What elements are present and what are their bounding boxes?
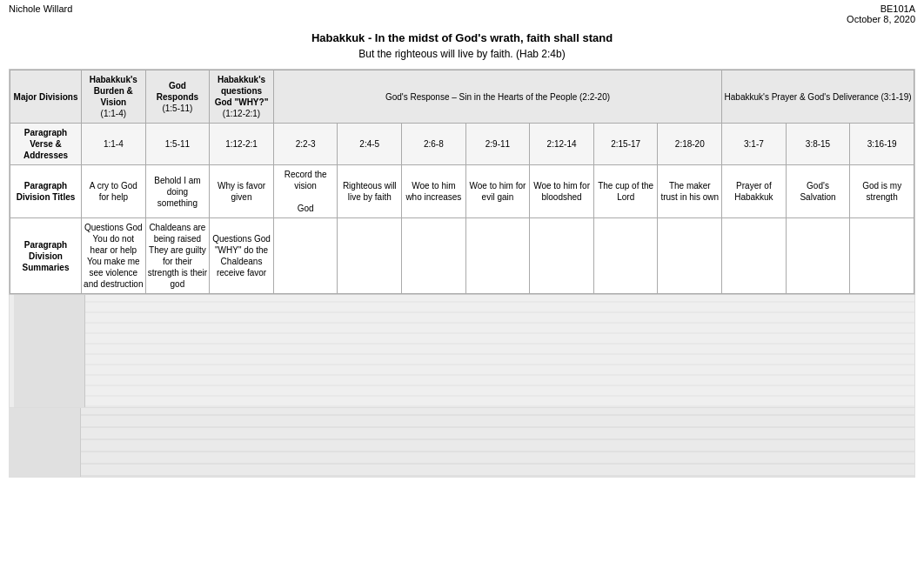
god-responds-header: God Responds (1:5-11) bbox=[145, 70, 210, 124]
summary-11 bbox=[722, 218, 787, 294]
date: October 8, 2020 bbox=[847, 14, 915, 24]
title-9: The cup of the Lord bbox=[593, 165, 658, 218]
verse-2-2-3: 2:2-3 bbox=[273, 124, 338, 165]
habakkuks-questions-header: Habakkuk's questions God "WHY?" (1:12-2:… bbox=[210, 70, 274, 124]
verse-2-4-5: 2:4-5 bbox=[338, 124, 402, 165]
title-5: Righteous will live by faith bbox=[338, 165, 402, 218]
para-verse-label: Paragraph Verse & Addresses bbox=[10, 124, 82, 165]
blurred-label-2 bbox=[10, 408, 81, 477]
verse-2-12-14: 2:12-14 bbox=[530, 124, 594, 165]
summary-2: Chaldeans are being raised They are guil… bbox=[145, 218, 210, 294]
para-titles-row: Paragraph Division Titles A cry to God f… bbox=[10, 165, 914, 218]
summary-3: Questions God "WHY" do the Chaldeans rec… bbox=[210, 218, 274, 294]
header-right: BE101A October 8, 2020 bbox=[847, 3, 915, 24]
verse-2-9-11: 2:9-11 bbox=[465, 124, 530, 165]
title-3: Why is favor given bbox=[210, 165, 274, 218]
summary-7 bbox=[465, 218, 530, 294]
habakkuks-questions-sub: (1:12-2:1) bbox=[223, 109, 260, 118]
prayer-header: Habakkuk's Prayer & God's Deliverance (3… bbox=[722, 70, 914, 124]
verse-2-18-20: 2:18-20 bbox=[658, 124, 722, 165]
main-table-wrapper: Major Divisions Habakkuk's Burden & Visi… bbox=[9, 69, 915, 295]
verse-1-1-4: 1:1-4 bbox=[82, 124, 146, 165]
summary-13 bbox=[850, 218, 914, 294]
author-name: Nichole Willard bbox=[9, 3, 72, 14]
course-code: BE101A bbox=[847, 3, 915, 14]
blurred-label-1 bbox=[14, 295, 85, 407]
summary-12 bbox=[786, 218, 850, 294]
habakkuks-burden-title: Habakkuk's Burden & Vision bbox=[90, 75, 137, 107]
summary-10 bbox=[658, 218, 722, 294]
para-summaries-row: Paragraph Division Summaries Questions G… bbox=[10, 218, 914, 294]
major-divisions-text: Major Divisions bbox=[14, 92, 78, 102]
major-divisions-label: Major Divisions bbox=[10, 70, 82, 124]
god-responds-title: God Responds bbox=[157, 81, 198, 102]
title-4: Record the visionGod bbox=[273, 165, 338, 218]
main-title: Habakkuk - In the midst of God's wrath, … bbox=[0, 31, 924, 44]
verse-2-6-8: 2:6-8 bbox=[402, 124, 466, 165]
title-8: Woe to him for bloodshed bbox=[530, 165, 594, 218]
habakkuks-burden-sub: (1:1-4) bbox=[101, 109, 126, 118]
title-2: Behold I am doing something bbox=[145, 165, 210, 218]
gods-response-text: God's Response – Sin in the Hearts of th… bbox=[385, 92, 610, 102]
title-12: God's Salvation bbox=[786, 165, 850, 218]
habakkuks-questions-title: Habakkuk's questions God "WHY?" bbox=[215, 75, 269, 107]
verse-3-16-19: 3:16-19 bbox=[850, 124, 914, 165]
summary-5 bbox=[338, 218, 402, 294]
para-titles-label: Paragraph Division Titles bbox=[10, 165, 82, 218]
summary-9 bbox=[593, 218, 658, 294]
god-responds-sub: (1:5-11) bbox=[162, 104, 192, 113]
gods-response-header: God's Response – Sin in the Hearts of th… bbox=[273, 70, 721, 124]
title-6: Woe to him who increases bbox=[402, 165, 466, 218]
verse-1-12-2-1: 1:12-2:1 bbox=[210, 124, 274, 165]
title-7: Woe to him for evil gain bbox=[465, 165, 530, 218]
prayer-text: Habakkuk's Prayer & God's Deliverance (3… bbox=[725, 92, 912, 102]
blurred-content-2 bbox=[81, 408, 914, 477]
para-verse-text: Paragraph Verse & Addresses bbox=[23, 128, 68, 160]
sub-title: But the righteous will live by faith. (H… bbox=[0, 48, 924, 60]
blurred-section-2 bbox=[9, 408, 915, 478]
blurred-content-1 bbox=[85, 295, 914, 407]
para-titles-text: Paragraph Division Titles bbox=[17, 181, 76, 202]
title-1: A cry to God for help bbox=[82, 165, 146, 218]
summary-1: Questions God You do not hear or help Yo… bbox=[82, 218, 146, 294]
summary-6 bbox=[402, 218, 466, 294]
verse-3-8-15: 3:8-15 bbox=[786, 124, 850, 165]
summary-8 bbox=[530, 218, 594, 294]
blurred-section-1 bbox=[9, 295, 915, 408]
title-11: Prayer of Habakkuk bbox=[722, 165, 787, 218]
title-10: The maker trust in his own bbox=[658, 165, 722, 218]
major-divisions-row: Major Divisions Habakkuk's Burden & Visi… bbox=[10, 70, 914, 124]
para-verse-row: Paragraph Verse & Addresses 1:1-4 1:5-11… bbox=[10, 124, 914, 165]
summary-4 bbox=[273, 218, 338, 294]
study-table: Major Divisions Habakkuk's Burden & Visi… bbox=[10, 70, 914, 294]
para-summaries-label: Paragraph Division Summaries bbox=[10, 218, 82, 294]
para-summaries-text: Paragraph Division Summaries bbox=[23, 240, 70, 272]
verse-3-1-7: 3:1-7 bbox=[722, 124, 787, 165]
verse-1-5-11: 1:5-11 bbox=[145, 124, 210, 165]
habakkuks-burden-header: Habakkuk's Burden & Vision (1:1-4) bbox=[82, 70, 146, 124]
verse-2-15-17: 2:15-17 bbox=[593, 124, 658, 165]
header-left: Nichole Willard bbox=[9, 3, 72, 14]
title-13: God is my strength bbox=[850, 165, 914, 218]
